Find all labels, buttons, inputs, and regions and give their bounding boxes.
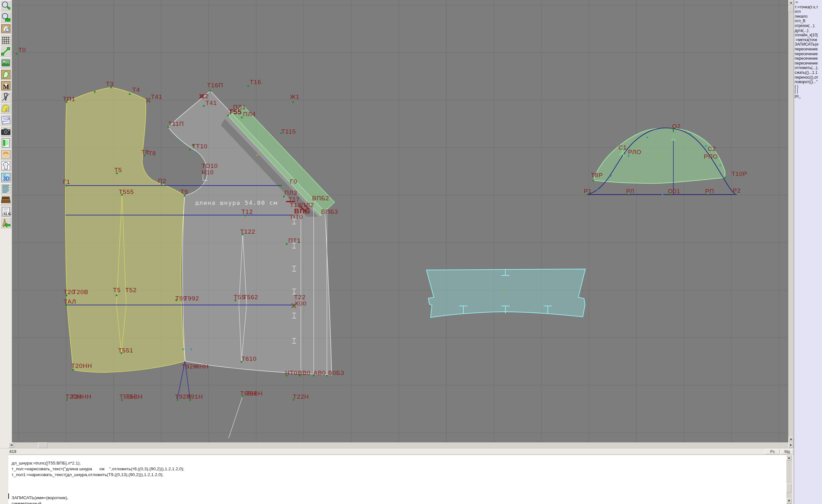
command-item[interactable]: := (794, 0, 822, 5)
point-label: С1 (619, 144, 627, 151)
command-item[interactable]: :=метка(точк (794, 38, 822, 42)
command-item[interactable]: пересечение (794, 52, 822, 56)
command-item[interactable]: отл_В (794, 19, 822, 23)
point-label: ПЛ3 (285, 189, 297, 196)
green-point (326, 375, 328, 377)
green-point (735, 194, 737, 195)
command-panel: :=т:=точка(т.х,тотллекалоотл_Вотрезок( ,… (794, 0, 822, 504)
camera-icon-button[interactable] (0, 126, 11, 137)
scroll-left-icon[interactable]: ◄ (9, 442, 14, 448)
portrait-icon-button[interactable] (0, 149, 11, 160)
drawing-canvas[interactable]: Т0Т3Т4Т41ТП1Т16ПТ16Ж2Т41ПЛ1Т55ПЛ4Ж1Т11ПТ… (12, 0, 788, 442)
command-item[interactable]: рз_ (794, 94, 822, 98)
point-label: Т551 (118, 347, 133, 354)
point-label: Т610 (242, 355, 257, 362)
point-label: Ж1 (290, 93, 300, 100)
point-label: Т22 (294, 294, 306, 301)
books-icon-button[interactable] (0, 194, 11, 205)
green-point (148, 99, 149, 101)
command-item[interactable]: ЗАПИСАТЬ(и (794, 42, 822, 47)
point-label: Т20В (73, 289, 88, 295)
piece-g-icon-button[interactable]: G (0, 103, 11, 114)
editor-vscrollbar[interactable]: ▲ ▼ (786, 455, 792, 504)
measure-icon-button[interactable] (0, 46, 11, 57)
command-item[interactable]: лекало (794, 14, 822, 19)
command-item[interactable]: пересечение (794, 47, 822, 52)
canvas-hscrollbar[interactable]: ◄ ► (9, 442, 794, 448)
teal-point (183, 349, 184, 350)
editor-scroll-down-icon[interactable]: ▼ (786, 498, 792, 504)
vscroll-thumb[interactable] (788, 6, 794, 12)
list-icon-button[interactable] (0, 183, 11, 194)
command-item[interactable]: поворот(()..." (794, 80, 822, 84)
command-item[interactable]: [ ] (794, 89, 822, 94)
view-piece-icon-button[interactable] (0, 23, 11, 34)
point-label: Т52 (125, 287, 137, 294)
command-item[interactable]: т:=точка(т.х,т (794, 5, 822, 10)
command-item[interactable]: отрезок( , ); (794, 23, 822, 28)
command-item[interactable]: сжать(()...1.1 (794, 70, 822, 75)
grid-icon-button[interactable] (0, 35, 11, 46)
green-point (241, 117, 243, 118)
zoom-area-icon-button[interactable] (0, 12, 11, 23)
canvas-vscrollbar[interactable]: ▲ ▼ (788, 0, 794, 442)
point-label: Т555 (119, 188, 134, 195)
point-label: О01 (668, 188, 681, 194)
left-toolbar: MAG783DALG (0, 0, 12, 504)
piece-outline-icon-button[interactable] (0, 69, 11, 80)
command-item[interactable]: пересечение (794, 61, 822, 66)
command-item[interactable]: перенос((),от (794, 75, 822, 80)
svg-text:8: 8 (8, 117, 9, 120)
table-doc-icon-button[interactable] (0, 137, 11, 148)
piece-m-icon-button[interactable]: M (0, 80, 11, 91)
svg-text:A: A (4, 95, 6, 98)
olive-point (257, 154, 258, 156)
command-item[interactable]: { } (794, 84, 822, 89)
scroll-up-icon[interactable]: ▲ (788, 0, 794, 5)
command-item[interactable]: сплайн_к[10] (794, 33, 822, 38)
point-label: Т91Н (187, 393, 203, 400)
3d-icon-button[interactable]: 3D (0, 172, 11, 183)
teal-point (720, 165, 721, 166)
green-point (203, 105, 205, 107)
md-button[interactable]: Мд (781, 449, 793, 454)
green-point (73, 369, 74, 371)
pattern-drawing[interactable]: Т0Т3Т4Т41ТП1Т16ПТ16Ж2Т41ПЛ1Т55ПЛ4Ж1Т11ПТ… (12, 0, 788, 442)
command-item[interactable]: дуга(...); (794, 28, 822, 33)
olive-point (659, 154, 660, 156)
point-label: Р1 (584, 188, 592, 194)
piece-outline-icon (1, 69, 11, 80)
command-item[interactable]: отл (794, 9, 822, 14)
hscroll-thumb[interactable] (38, 442, 47, 448)
image-icon-button[interactable] (0, 57, 11, 68)
svg-text:M: M (3, 83, 9, 90)
green-point (116, 295, 117, 296)
editor-scroll-up-icon[interactable]: ▲ (786, 455, 792, 461)
clean-icon-button[interactable] (0, 217, 11, 228)
zoom-in-icon-button[interactable] (0, 0, 11, 11)
drafting-tools-icon-button[interactable]: A (0, 92, 11, 103)
rz-button[interactable]: Рз (765, 449, 780, 454)
point-label: ПТ1 (288, 237, 301, 244)
construction-line (229, 395, 243, 438)
scroll-right-icon[interactable]: ► (788, 442, 794, 448)
point-label: Т5ВН (126, 393, 143, 400)
scroll-down-icon[interactable]: ▼ (788, 437, 794, 442)
alg-icon-button[interactable]: ALG (0, 206, 11, 217)
garment-icon-button[interactable] (0, 160, 11, 171)
teal-point (191, 349, 192, 350)
editor-vscroll-thumb[interactable] (786, 483, 792, 492)
editor-line: ЗАПИСАТЬ(имя=(воротник), (12, 495, 68, 500)
zoom-area-icon (1, 12, 11, 22)
command-item[interactable]: пересечение (794, 56, 822, 61)
point-label: ВПБ3 (321, 208, 338, 215)
point-label: ПЛ4 (243, 111, 256, 117)
macro-editor[interactable]: дл_шнура:=trunc([Т55:ВПБ].л*2.1);т_пол:=… (8, 455, 786, 504)
point-label: ВПБ2 (312, 195, 329, 201)
zoom-in-icon (1, 1, 11, 11)
point-label: Т41 (206, 99, 217, 106)
svg-text:ALG: ALG (3, 211, 11, 216)
blueprint-icon-button[interactable]: 78 (0, 115, 11, 125)
command-item[interactable]: отложить(...); (794, 65, 822, 70)
olive-point (505, 293, 506, 294)
